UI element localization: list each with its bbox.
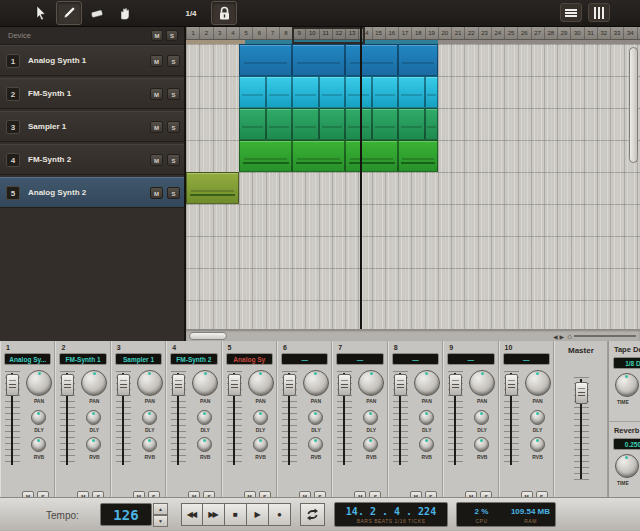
loop-button[interactable] — [300, 503, 325, 526]
clip-track1-bar5[interactable] — [239, 44, 292, 76]
rewind-button[interactable]: ◀◀ — [181, 503, 203, 526]
reverb-value-display[interactable]: 0.250 — [613, 438, 640, 450]
clip-track3-bar17[interactable] — [398, 108, 425, 140]
clip-track4-bar17[interactable] — [398, 140, 438, 172]
delay-send-knob[interactable] — [308, 410, 323, 425]
ruler-bar-17[interactable]: 17 — [398, 27, 411, 39]
channel-fader-cap[interactable] — [505, 374, 518, 396]
ruler-bar-8[interactable]: 8 — [279, 27, 292, 39]
ruler-bar-19[interactable]: 19 — [425, 27, 438, 39]
clip-track2-bar13[interactable] — [345, 76, 372, 108]
clip-track2-bar9[interactable] — [292, 76, 319, 108]
clip-track1-bar13[interactable] — [345, 44, 398, 76]
clip-track2-bar11[interactable] — [319, 76, 346, 108]
reverb-send-knob[interactable] — [419, 437, 434, 452]
tempo-value-display[interactable]: 126 — [100, 503, 152, 526]
channel-volume-fader[interactable] — [60, 371, 75, 467]
channel-volume-fader[interactable] — [337, 371, 352, 467]
track-mute-button[interactable]: M — [150, 55, 163, 67]
channel-device-display[interactable]: — — [447, 353, 494, 365]
ruler-bar-6[interactable]: 6 — [252, 27, 265, 39]
clip-track3-bar19[interactable] — [425, 108, 438, 140]
track-row-fm-synth-2[interactable]: 4FM-Synth 2MS — [0, 144, 184, 175]
channel-device-display[interactable]: — — [503, 353, 550, 365]
ruler-bar-22[interactable]: 22 — [464, 27, 477, 39]
channel-volume-fader[interactable] — [116, 371, 131, 467]
delay-send-knob[interactable] — [31, 410, 46, 425]
delay-send-knob[interactable] — [474, 410, 489, 425]
ruler-bar-15[interactable]: 15 — [372, 27, 385, 39]
master-solo-button[interactable]: S — [166, 30, 178, 41]
ruler-bar-3[interactable]: 3 — [213, 27, 226, 39]
ruler-bar-35[interactable]: 35 — [637, 27, 640, 39]
delay-send-knob[interactable] — [197, 410, 212, 425]
reverb-send-knob[interactable] — [308, 437, 323, 452]
zoom-out-arrow-icon[interactable]: ◀ — [553, 333, 558, 340]
channel-device-display[interactable]: Analog Sy... — [4, 353, 51, 365]
pencil-tool-button[interactable] — [56, 1, 82, 25]
clip-track3-bar11[interactable] — [319, 108, 346, 140]
ruler-bar-24[interactable]: 24 — [491, 27, 504, 39]
channel-fader-cap[interactable] — [172, 374, 185, 396]
horizontal-scrollbar-thumb[interactable] — [189, 332, 227, 340]
pan-knob[interactable] — [26, 370, 52, 396]
clip-track4-bar9[interactable] — [292, 140, 345, 172]
master-mute-button[interactable]: M — [151, 30, 163, 41]
pan-knob[interactable] — [303, 370, 329, 396]
fast-forward-button[interactable]: ▶▶ — [203, 503, 225, 526]
reverb-send-knob[interactable] — [142, 437, 157, 452]
channel-volume-fader[interactable] — [448, 371, 463, 467]
ruler-bar-31[interactable]: 31 — [584, 27, 597, 39]
ruler[interactable]: 1234567891011121314151617181920212223242… — [186, 27, 640, 40]
horizontal-scrollbar[interactable]: ◀ ▶ ⌂ — [186, 329, 640, 341]
clip-track3-bar9[interactable] — [292, 108, 319, 140]
reverb-time-knob[interactable] — [615, 454, 639, 478]
ruler-bar-25[interactable]: 25 — [504, 27, 517, 39]
channel-fader-cap[interactable] — [394, 374, 407, 396]
channel-fader-cap[interactable] — [449, 374, 462, 396]
tempo-up-button[interactable]: ▲ — [153, 503, 168, 515]
track-row-analog-synth-2[interactable]: 5Analog Synth 2MS — [0, 177, 184, 208]
ruler-bar-5[interactable]: 5 — [239, 27, 252, 39]
channel-device-display[interactable]: Analog Sy — [226, 353, 273, 365]
reverb-send-knob[interactable] — [197, 437, 212, 452]
snap-value-dropdown[interactable]: 1/4 — [178, 6, 204, 21]
eraser-tool-button[interactable] — [84, 1, 110, 25]
delay-send-knob[interactable] — [363, 410, 378, 425]
clip-track1-bar17[interactable] — [398, 44, 438, 76]
track-solo-button[interactable]: S — [167, 55, 180, 67]
channel-volume-fader[interactable] — [282, 371, 297, 467]
clip-track5-bar1[interactable] — [186, 172, 239, 204]
ruler-bar-16[interactable]: 16 — [385, 27, 398, 39]
channel-device-display[interactable]: — — [392, 353, 439, 365]
channel-device-display[interactable]: FM-Synth 2 — [170, 353, 217, 365]
track-solo-button[interactable]: S — [167, 88, 180, 100]
ruler-bar-26[interactable]: 26 — [517, 27, 530, 39]
cursor-tool-button[interactable] — [28, 1, 54, 25]
track-mute-button[interactable]: M — [150, 154, 163, 166]
hand-tool-button[interactable] — [112, 1, 138, 25]
stop-button[interactable]: ■ — [225, 503, 247, 526]
ruler-bar-28[interactable]: 28 — [544, 27, 557, 39]
tape-delay-value-display[interactable]: 1/8 D — [613, 357, 640, 369]
track-solo-button[interactable]: S — [167, 154, 180, 166]
clip-track1-bar9[interactable] — [292, 44, 345, 76]
track-solo-button[interactable]: S — [167, 121, 180, 133]
channel-volume-fader[interactable] — [171, 371, 186, 467]
ruler-bar-4[interactable]: 4 — [226, 27, 239, 39]
ruler-bar-2[interactable]: 2 — [199, 27, 212, 39]
zoom-slider-handle-icon[interactable]: ⌂ — [567, 332, 572, 341]
reverb-send-knob[interactable] — [31, 437, 46, 452]
channel-device-display[interactable]: — — [281, 353, 328, 365]
clip-track3-bar5[interactable] — [239, 108, 266, 140]
delay-send-knob[interactable] — [86, 410, 101, 425]
track-mute-button[interactable]: M — [150, 121, 163, 133]
ruler-bar-27[interactable]: 27 — [531, 27, 544, 39]
delay-send-knob[interactable] — [253, 410, 268, 425]
reverb-send-knob[interactable] — [530, 437, 545, 452]
mixer-view-button[interactable] — [588, 3, 610, 22]
track-row-analog-synth-1[interactable]: 1Analog Synth 1MS — [0, 45, 184, 76]
channel-volume-fader[interactable] — [227, 371, 242, 467]
channel-fader-cap[interactable] — [6, 374, 19, 396]
play-button[interactable]: ▶ — [247, 503, 269, 526]
